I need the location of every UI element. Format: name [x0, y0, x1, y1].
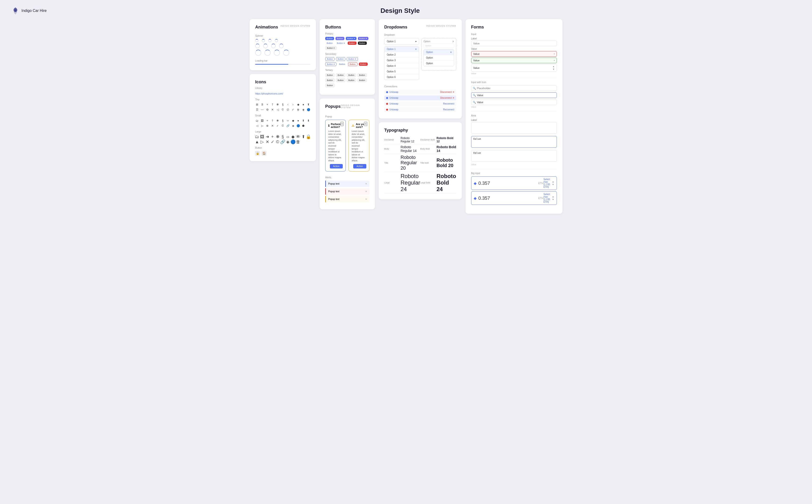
- btn-p8[interactable]: Button: [358, 42, 367, 45]
- btn-s5[interactable]: Button: [338, 63, 347, 66]
- btn-t9[interactable]: Button: [325, 84, 334, 87]
- library-link[interactable]: https://phosphoricons.com/: [255, 92, 283, 95]
- big-input-stepper-2[interactable]: ▲ ▼: [552, 196, 554, 201]
- conn-action-4[interactable]: Reconnect: [443, 108, 454, 111]
- btn-t7[interactable]: Button: [347, 78, 356, 82]
- btn-s3[interactable]: Button ▾: [347, 57, 358, 61]
- dropdown-item-opt2[interactable]: Option 2: [384, 52, 419, 58]
- big-input-stepper-1[interactable]: ▲ ▼: [552, 181, 554, 186]
- btn-t3[interactable]: Button: [347, 73, 356, 77]
- icon-small-15: ✕: [270, 124, 274, 128]
- typo-large-regular: Roboto Regular 24: [400, 173, 420, 193]
- big-stepper-down-1[interactable]: ▼: [552, 183, 554, 186]
- btn-p5[interactable]: Button: [325, 42, 334, 45]
- form-stepper-btns[interactable]: ▲ ▼: [552, 65, 555, 70]
- popup-action-1[interactable]: Action: [330, 164, 343, 168]
- btn-t5[interactable]: Button: [325, 78, 334, 82]
- form-select-success[interactable]: Value: [471, 58, 557, 63]
- btn-s7[interactable]: Button: [359, 63, 368, 66]
- big-input-max-1[interactable]: Select max (1.235 ETH): [544, 178, 550, 188]
- alert-close-3[interactable]: ✕: [365, 198, 367, 200]
- btn-p3[interactable]: Button ▾: [346, 37, 356, 40]
- btn-s6[interactable]: Button: [348, 62, 357, 66]
- conn-action-2[interactable]: Disconnect ✕: [440, 97, 454, 99]
- dropdown-select-1[interactable]: Option 1 ▾: [384, 38, 419, 45]
- dropdown-item-opt5[interactable]: Option 5: [384, 69, 419, 74]
- popups-subtitle: INDIGO DESIGN SYSTEM: [340, 104, 369, 109]
- form-textarea-value[interactable]: Value: [471, 150, 557, 162]
- big-input-field-1[interactable]: [479, 181, 538, 186]
- page-title: Design Style: [47, 7, 754, 14]
- icon-small-13: ▷: [260, 124, 264, 128]
- large-icon-grid: 🗂 🖼 ➜ + ❋ § ‹› ◆ 👁 ⬆ 🔒 ▲ ▷ ✕ ✓ © 🔗 ◈ 🔵 🗑: [255, 135, 310, 144]
- form-textarea-active[interactable]: Value: [471, 136, 557, 148]
- btn-s2[interactable]: Button: [336, 57, 345, 61]
- btn-p9[interactable]: Button C: [325, 46, 337, 50]
- typo-rows: Disclaimer Roboto Regular 12 Disclaimer …: [384, 136, 456, 194]
- form-select-error[interactable]: Value: [471, 51, 557, 57]
- popup-action-2[interactable]: Action: [353, 164, 366, 168]
- dropdown-main-col: Option 1 ▾ Option 1 ▾ Option 2 Option 3 …: [384, 38, 419, 82]
- popup-info-icon: ℹ: [328, 124, 329, 127]
- dropdown-item-opt1[interactable]: Option 1 ▾: [384, 46, 419, 52]
- form-input-icon-1[interactable]: [471, 85, 557, 91]
- btn-t2[interactable]: Button: [336, 73, 345, 77]
- btn-s4[interactable]: Button ▾: [325, 62, 336, 66]
- popup-close-1[interactable]: ✕: [340, 122, 344, 126]
- dropdown-item-opt6[interactable]: Option 6: [384, 74, 419, 80]
- popup-row: ✕ ℹ Perform action? Lorem ipsum dolor si…: [325, 120, 369, 174]
- alert-close-2[interactable]: ✕: [365, 190, 367, 193]
- dropdown-item-opt4[interactable]: Option 4: [384, 63, 419, 69]
- popup-close-2[interactable]: ✕: [364, 122, 367, 126]
- value-label-1: Value: [471, 48, 557, 50]
- icon-small-17: ©: [281, 124, 284, 128]
- dropdown-item-opt3[interactable]: Option 3: [384, 58, 419, 63]
- btn-p7[interactable]: Button: [347, 42, 356, 45]
- btn-s1[interactable]: Button: [325, 57, 334, 61]
- form-textarea-empty[interactable]: [471, 122, 557, 134]
- connection-row-4: Uniswap Reconnect: [384, 107, 456, 112]
- typo-large-label: Large: [384, 182, 400, 184]
- form-hint-1: Value: [471, 72, 557, 75]
- stepper-down[interactable]: ▼: [552, 68, 555, 70]
- btn-p1[interactable]: Button: [325, 37, 334, 40]
- btn-icon-1[interactable]: 🔒: [255, 151, 260, 156]
- btn-icon-2[interactable]: 🏠: [262, 151, 266, 156]
- form-input-icon-2[interactable]: [471, 92, 557, 98]
- big-input-field-2[interactable]: [479, 196, 538, 201]
- alert-1: Popup text ✕: [325, 181, 369, 187]
- area-label: Label: [471, 119, 557, 121]
- primary-btn-row: Button Button Button ▾ Button ▾ Button B…: [325, 37, 369, 50]
- btn-p2[interactable]: Button: [335, 37, 344, 40]
- btn-t6[interactable]: Button: [336, 78, 345, 82]
- dropdown-float-opt2[interactable]: Option: [424, 55, 454, 61]
- icon-small-7: ‹›: [286, 119, 290, 123]
- stepper-up[interactable]: ▲: [552, 65, 555, 68]
- btn-t1[interactable]: Button: [325, 73, 334, 77]
- connections-section: Connections Uniswap Disconnect ✕ Uniswap…: [384, 85, 456, 112]
- conn-left-1: Uniswap: [386, 91, 398, 93]
- btn-p4[interactable]: Button ▾: [358, 37, 368, 40]
- dropdown-float-opt3[interactable]: Option: [424, 61, 454, 66]
- alert-close-1[interactable]: ✕: [365, 182, 367, 185]
- icon-tiny-2: 𝔹: [260, 103, 264, 106]
- conn-name-3: Uniswap: [389, 102, 398, 105]
- dropdown-float-opt1[interactable]: Option ▾: [424, 49, 454, 55]
- big-input-max-2[interactable]: Select max (1.235 ETH): [544, 193, 550, 203]
- form-input-default[interactable]: [471, 41, 557, 46]
- big-input-row-1: ◆ ETH Select max (1.235 ETH) ▲ ▼: [471, 176, 557, 190]
- btn-t4[interactable]: Button: [357, 73, 367, 77]
- typography-title: Typography: [384, 128, 408, 133]
- big-stepper-down-2[interactable]: ▼: [552, 198, 554, 201]
- big-stepper-up-1[interactable]: ▲: [552, 181, 554, 183]
- conn-action-3[interactable]: Reconnect: [443, 102, 454, 105]
- big-stepper-up-2[interactable]: ▲: [552, 196, 554, 198]
- dropdown-float-close[interactable]: ✕: [452, 40, 454, 43]
- form-input-icon-3[interactable]: [471, 99, 557, 105]
- btn-p6[interactable]: Button ▾: [335, 42, 346, 45]
- dropdowns-subtitle: INDIGO DESIGN SYSTEM: [426, 25, 456, 27]
- conn-action-1[interactable]: Disconnect ✕: [440, 91, 454, 93]
- btn-t8[interactable]: Button: [357, 78, 367, 82]
- dropdown-list-1: Option 1 ▾ Option 2 Option 3 Option 4 Op…: [384, 46, 419, 80]
- typo-disclaimer-label: Disclaimer: [384, 139, 400, 141]
